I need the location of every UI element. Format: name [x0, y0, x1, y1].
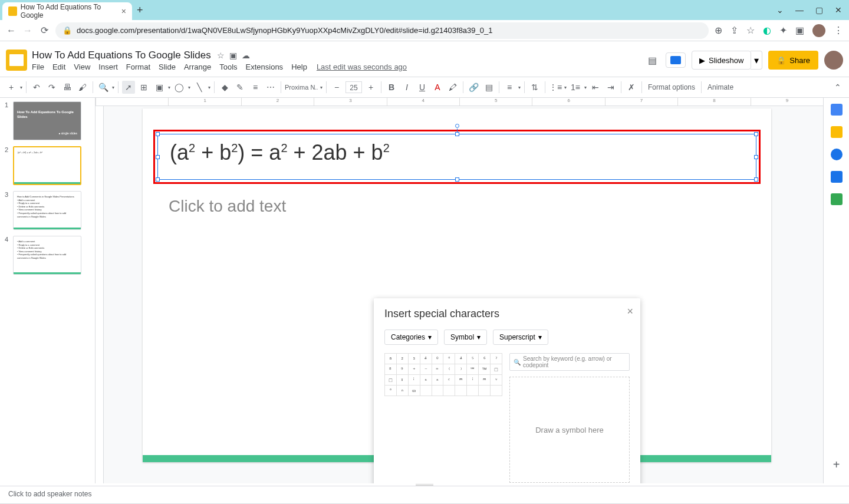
- reload-icon[interactable]: ⟳: [39, 25, 50, 36]
- share-button[interactable]: 🔒 Share: [768, 51, 818, 70]
- char-cell[interactable]: ⁹: [396, 364, 408, 375]
- slide-thumb-2[interactable]: (a² + b²) = a² + 2ab + b²: [13, 146, 81, 185]
- resize-handle[interactable]: [156, 155, 160, 159]
- move-icon[interactable]: ▣: [229, 51, 237, 60]
- cloud-icon[interactable]: ☁: [242, 51, 250, 60]
- symbol-dropdown[interactable]: Symbol ▾: [444, 330, 487, 345]
- chevron-down-icon[interactable]: ⌄: [776, 5, 784, 15]
- resize-handle[interactable]: [455, 132, 459, 136]
- font-size-inc[interactable]: +: [364, 81, 377, 94]
- close-dialog-icon[interactable]: ×: [627, 305, 633, 318]
- char-cell[interactable]: ⁶: [479, 354, 491, 364]
- menu-format[interactable]: Format: [126, 62, 150, 71]
- char-cell[interactable]: ⁿ: [432, 375, 443, 386]
- font-size-dec[interactable]: −: [330, 81, 343, 94]
- char-cell[interactable]: ˠ: [396, 375, 408, 386]
- menu-icon[interactable]: ⋮: [834, 25, 843, 36]
- char-cell[interactable]: ⁵: [467, 354, 479, 364]
- side-panel-icon[interactable]: ▣: [795, 25, 804, 36]
- contacts-icon[interactable]: [831, 171, 843, 183]
- subcategory-dropdown[interactable]: Superscript ▾: [493, 330, 548, 345]
- image-icon[interactable]: ▣: [153, 81, 166, 94]
- redo-icon[interactable]: ↷: [45, 81, 58, 94]
- profile-avatar[interactable]: [812, 24, 825, 37]
- char-cell[interactable]: ⁺: [408, 364, 420, 375]
- back-icon[interactable]: ←: [6, 25, 17, 36]
- url-input[interactable]: 🔒 docs.google.com/presentation/d/1waQN0V…: [55, 22, 709, 39]
- char-cell[interactable]: ²: [396, 354, 408, 364]
- italic-icon[interactable]: I: [400, 81, 413, 94]
- border-weight-icon[interactable]: ≡: [249, 81, 262, 94]
- char-cell[interactable]: □: [385, 375, 397, 386]
- char-cell[interactable]: ∞: [408, 386, 420, 396]
- indent-inc-icon[interactable]: ⇥: [604, 81, 617, 94]
- align-icon[interactable]: ≡: [503, 81, 516, 94]
- tasks-icon[interactable]: [831, 149, 843, 160]
- char-cell[interactable]: [443, 386, 455, 396]
- title-text-box[interactable]: (a2 + b2) = a2 + 2ab + b2: [157, 134, 756, 180]
- border-color-icon[interactable]: ✎: [233, 81, 246, 94]
- maps-icon[interactable]: [831, 193, 843, 205]
- equation-text[interactable]: (a2 + b2) = a2 + 2ab + b2: [158, 134, 756, 171]
- char-cell[interactable]: ⁱ: [467, 375, 479, 386]
- menu-tools[interactable]: Tools: [219, 62, 237, 71]
- char-cell[interactable]: ⁷: [491, 354, 502, 364]
- char-cell[interactable]: ᵛ: [491, 375, 502, 386]
- char-cell[interactable]: ⁿ: [396, 386, 408, 396]
- char-cell[interactable]: □: [491, 364, 502, 375]
- document-title[interactable]: How To Add Equations To Google Slides: [32, 50, 211, 61]
- fill-color-icon[interactable]: ◆: [218, 81, 231, 94]
- line-icon[interactable]: ╲: [193, 81, 206, 94]
- char-cell[interactable]: ᶜ: [443, 375, 455, 386]
- bold-icon[interactable]: B: [385, 81, 398, 94]
- indent-dec-icon[interactable]: ⇤: [589, 81, 602, 94]
- slideshow-dropdown[interactable]: ▾: [751, 51, 762, 70]
- draw-symbol-area[interactable]: Draw a symbol here: [509, 377, 630, 483]
- zoom-icon[interactable]: 🔍: [97, 81, 110, 94]
- char-cell[interactable]: ⁼: [432, 364, 443, 375]
- char-cell[interactable]: [432, 386, 443, 396]
- search-input[interactable]: 🔍 Search by keyword (e.g. arrow) or code…: [509, 353, 630, 371]
- char-cell[interactable]: [420, 386, 432, 396]
- char-cell[interactable]: ⁿ: [420, 375, 432, 386]
- char-cell[interactable]: ⁰: [432, 354, 443, 364]
- paint-format-icon[interactable]: 🖌: [76, 81, 89, 94]
- close-window-icon[interactable]: ✕: [835, 5, 842, 15]
- numbered-list-icon[interactable]: 1≡: [569, 81, 582, 94]
- resize-handle[interactable]: [156, 177, 160, 182]
- char-cell[interactable]: ⁴: [455, 354, 467, 364]
- textbox-icon[interactable]: ⊞: [137, 81, 150, 94]
- char-cell[interactable]: °: [385, 386, 397, 396]
- slide-thumb-3[interactable]: How to Add Comments in Google Slides Pre…: [13, 191, 81, 230]
- char-cell[interactable]: ⁾: [455, 364, 467, 375]
- font-size-input[interactable]: 25: [345, 81, 362, 93]
- font-select[interactable]: Proxima N...: [285, 84, 318, 91]
- char-cell[interactable]: ᵐ: [455, 375, 467, 386]
- text-color-icon[interactable]: A: [431, 81, 444, 94]
- comment-icon[interactable]: ▤: [482, 81, 495, 94]
- minimize-icon[interactable]: —: [795, 5, 804, 15]
- animate-button[interactable]: Animate: [705, 83, 736, 91]
- add-addon-icon[interactable]: +: [833, 458, 840, 472]
- menu-extensions[interactable]: Extensions: [246, 62, 284, 71]
- slides-logo-icon[interactable]: [6, 50, 27, 71]
- shape-icon[interactable]: ◯: [173, 81, 186, 94]
- underline-icon[interactable]: U: [416, 81, 429, 94]
- zoom-icon[interactable]: ⊕: [715, 25, 722, 36]
- resize-handle[interactable]: [156, 132, 160, 136]
- print-icon[interactable]: 🖶: [61, 81, 74, 94]
- slide-thumb-4[interactable]: • Add a comment • Reply to a comment • D…: [13, 236, 81, 275]
- menu-slide[interactable]: Slide: [159, 62, 176, 71]
- char-cell[interactable]: ⁸: [385, 364, 397, 375]
- menu-arrange[interactable]: Arrange: [184, 62, 211, 71]
- char-cell[interactable]: [455, 386, 467, 396]
- select-tool-icon[interactable]: ➚: [122, 81, 135, 94]
- menu-view[interactable]: View: [74, 62, 90, 71]
- categories-dropdown[interactable]: Categories ▾: [384, 330, 438, 345]
- resize-handle[interactable]: [754, 155, 758, 159]
- maximize-icon[interactable]: ▢: [815, 5, 823, 15]
- keep-icon[interactable]: [831, 126, 843, 138]
- menu-edit[interactable]: Edit: [52, 62, 65, 71]
- slideshow-button[interactable]: ▶ Slideshow: [692, 51, 751, 70]
- calendar-icon[interactable]: [831, 104, 843, 116]
